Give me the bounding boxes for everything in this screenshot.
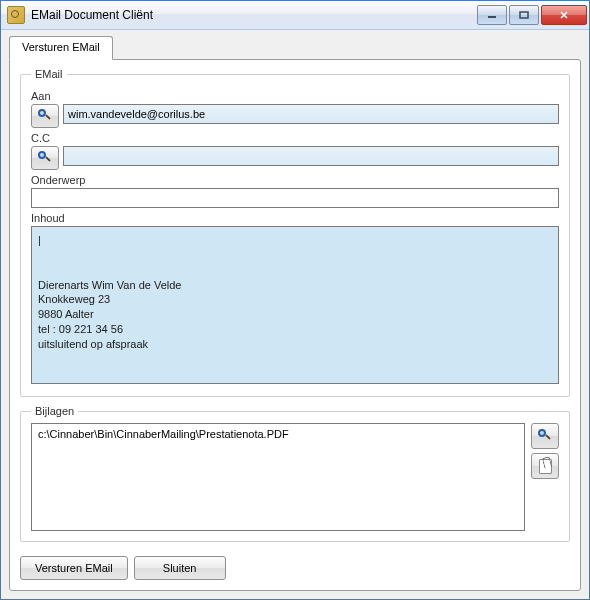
to-input[interactable] — [63, 104, 559, 124]
group-email-legend: EMail — [31, 68, 67, 80]
tab-send-email[interactable]: Versturen EMail — [9, 36, 113, 60]
close-button[interactable] — [541, 5, 587, 25]
client-area: Versturen EMail EMail Aan C.C — [1, 30, 589, 599]
window-controls — [477, 5, 587, 25]
close-dialog-button[interactable]: Sluiten — [134, 556, 226, 580]
send-button[interactable]: Versturen EMail — [20, 556, 128, 580]
attach-icon — [539, 459, 552, 474]
body-textarea[interactable] — [31, 226, 559, 384]
group-attachments-legend: Bijlagen — [31, 405, 78, 417]
app-icon — [7, 6, 25, 24]
window-title: EMail Document Cliënt — [31, 8, 477, 22]
svg-rect-1 — [520, 12, 528, 18]
search-icon — [38, 151, 52, 165]
cc-input[interactable] — [63, 146, 559, 166]
cc-label: C.C — [31, 132, 559, 144]
tab-strip: Versturen EMail — [9, 36, 581, 60]
attachments-list[interactable]: c:\Cinnaber\Bin\CinnaberMailing\Prestati… — [31, 423, 525, 531]
attachment-browse-button[interactable] — [531, 423, 559, 449]
footer-buttons: Versturen EMail Sluiten — [20, 556, 570, 580]
window-frame: EMail Document Cliënt Versturen EMail EM… — [0, 0, 590, 600]
titlebar: EMail Document Cliënt — [1, 1, 589, 30]
group-attachments: Bijlagen c:\Cinnaber\Bin\CinnaberMailing… — [20, 405, 570, 542]
subject-input[interactable] — [31, 188, 559, 208]
maximize-button[interactable] — [509, 5, 539, 25]
minimize-button[interactable] — [477, 5, 507, 25]
attachment-add-button[interactable] — [531, 453, 559, 479]
subject-label: Onderwerp — [31, 174, 559, 186]
tab-page: EMail Aan C.C Onderwerp — [9, 59, 581, 591]
to-lookup-button[interactable] — [31, 104, 59, 128]
body-label: Inhoud — [31, 212, 559, 224]
group-email: EMail Aan C.C Onderwerp — [20, 68, 570, 397]
search-icon — [538, 429, 552, 443]
cc-lookup-button[interactable] — [31, 146, 59, 170]
to-label: Aan — [31, 90, 559, 102]
search-icon — [38, 109, 52, 123]
svg-rect-0 — [488, 16, 496, 18]
attachment-item[interactable]: c:\Cinnaber\Bin\CinnaberMailing\Prestati… — [38, 428, 518, 440]
